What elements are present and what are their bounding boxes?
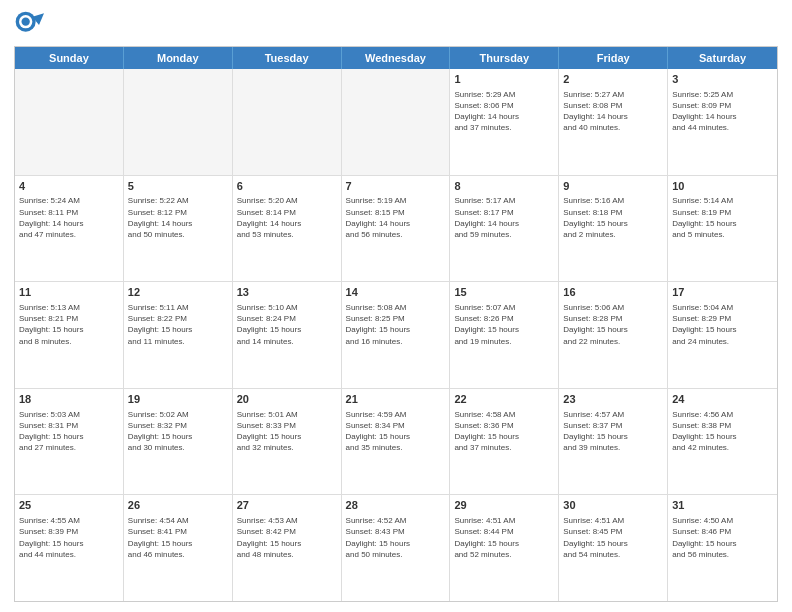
day-info-line: Sunset: 8:45 PM xyxy=(563,526,663,537)
day-info-line: Sunset: 8:22 PM xyxy=(128,313,228,324)
day-info-line: Sunrise: 5:14 AM xyxy=(672,195,773,206)
header-day-thursday: Thursday xyxy=(450,47,559,69)
day-info-line: and 56 minutes. xyxy=(672,549,773,560)
day-info-line: Sunrise: 4:55 AM xyxy=(19,515,119,526)
day-cell-25: 25Sunrise: 4:55 AMSunset: 8:39 PMDayligh… xyxy=(15,495,124,601)
day-info-line: Sunrise: 4:58 AM xyxy=(454,409,554,420)
day-info-line: Sunset: 8:18 PM xyxy=(563,207,663,218)
day-info-line: and 19 minutes. xyxy=(454,336,554,347)
day-info-line: Daylight: 15 hours xyxy=(672,431,773,442)
day-info-line: Daylight: 15 hours xyxy=(128,431,228,442)
day-cell-15: 15Sunrise: 5:07 AMSunset: 8:26 PMDayligh… xyxy=(450,282,559,388)
day-info-line: and 48 minutes. xyxy=(237,549,337,560)
day-info-line: Daylight: 15 hours xyxy=(672,218,773,229)
day-info-line: Sunrise: 5:10 AM xyxy=(237,302,337,313)
svg-point-2 xyxy=(22,18,30,26)
day-cell-9: 9Sunrise: 5:16 AMSunset: 8:18 PMDaylight… xyxy=(559,176,668,282)
day-info-line: and 35 minutes. xyxy=(346,442,446,453)
day-info-line: Daylight: 15 hours xyxy=(454,431,554,442)
day-info-line: Sunrise: 4:51 AM xyxy=(563,515,663,526)
day-info-line: Daylight: 15 hours xyxy=(563,538,663,549)
day-number: 10 xyxy=(672,179,773,194)
day-number: 19 xyxy=(128,392,228,407)
day-number: 7 xyxy=(346,179,446,194)
day-number: 1 xyxy=(454,72,554,87)
day-info-line: Sunrise: 5:06 AM xyxy=(563,302,663,313)
day-number: 30 xyxy=(563,498,663,513)
day-info-line: Sunrise: 5:01 AM xyxy=(237,409,337,420)
day-info-line: Sunrise: 5:03 AM xyxy=(19,409,119,420)
day-number: 11 xyxy=(19,285,119,300)
calendar-body: 1Sunrise: 5:29 AMSunset: 8:06 PMDaylight… xyxy=(15,69,777,601)
day-info-line: Daylight: 15 hours xyxy=(346,324,446,335)
day-number: 24 xyxy=(672,392,773,407)
day-cell-27: 27Sunrise: 4:53 AMSunset: 8:42 PMDayligh… xyxy=(233,495,342,601)
day-info-line: and 8 minutes. xyxy=(19,336,119,347)
day-cell-26: 26Sunrise: 4:54 AMSunset: 8:41 PMDayligh… xyxy=(124,495,233,601)
day-number: 20 xyxy=(237,392,337,407)
day-number: 8 xyxy=(454,179,554,194)
day-cell-19: 19Sunrise: 5:02 AMSunset: 8:32 PMDayligh… xyxy=(124,389,233,495)
day-info-line: Daylight: 15 hours xyxy=(19,324,119,335)
day-info-line: Daylight: 15 hours xyxy=(237,324,337,335)
day-number: 5 xyxy=(128,179,228,194)
day-info-line: Daylight: 15 hours xyxy=(672,538,773,549)
calendar: SundayMondayTuesdayWednesdayThursdayFrid… xyxy=(14,46,778,602)
day-info-line: Sunset: 8:26 PM xyxy=(454,313,554,324)
day-info-line: Sunset: 8:41 PM xyxy=(128,526,228,537)
day-info-line: and 30 minutes. xyxy=(128,442,228,453)
day-info-line: Sunrise: 5:17 AM xyxy=(454,195,554,206)
day-info-line: Sunrise: 4:54 AM xyxy=(128,515,228,526)
day-number: 28 xyxy=(346,498,446,513)
day-info-line: Sunset: 8:44 PM xyxy=(454,526,554,537)
day-cell-17: 17Sunrise: 5:04 AMSunset: 8:29 PMDayligh… xyxy=(668,282,777,388)
day-info-line: Sunset: 8:21 PM xyxy=(19,313,119,324)
day-number: 9 xyxy=(563,179,663,194)
day-number: 14 xyxy=(346,285,446,300)
day-number: 26 xyxy=(128,498,228,513)
empty-cell xyxy=(15,69,124,175)
header-day-tuesday: Tuesday xyxy=(233,47,342,69)
day-info-line: Daylight: 15 hours xyxy=(237,538,337,549)
day-info-line: and 37 minutes. xyxy=(454,442,554,453)
day-info-line: Sunrise: 4:51 AM xyxy=(454,515,554,526)
header-day-sunday: Sunday xyxy=(15,47,124,69)
day-cell-31: 31Sunrise: 4:50 AMSunset: 8:46 PMDayligh… xyxy=(668,495,777,601)
day-info-line: and 37 minutes. xyxy=(454,122,554,133)
day-cell-6: 6Sunrise: 5:20 AMSunset: 8:14 PMDaylight… xyxy=(233,176,342,282)
day-info-line: Sunrise: 5:19 AM xyxy=(346,195,446,206)
day-number: 16 xyxy=(563,285,663,300)
day-info-line: Sunrise: 5:29 AM xyxy=(454,89,554,100)
day-info-line: Sunset: 8:28 PM xyxy=(563,313,663,324)
day-info-line: Sunrise: 5:07 AM xyxy=(454,302,554,313)
day-info-line: Sunset: 8:11 PM xyxy=(19,207,119,218)
day-info-line: Sunset: 8:09 PM xyxy=(672,100,773,111)
day-info-line: and 42 minutes. xyxy=(672,442,773,453)
day-info-line: Daylight: 14 hours xyxy=(346,218,446,229)
day-info-line: Sunrise: 4:59 AM xyxy=(346,409,446,420)
day-info-line: Sunset: 8:36 PM xyxy=(454,420,554,431)
calendar-row-0: 1Sunrise: 5:29 AMSunset: 8:06 PMDaylight… xyxy=(15,69,777,176)
day-cell-12: 12Sunrise: 5:11 AMSunset: 8:22 PMDayligh… xyxy=(124,282,233,388)
calendar-row-2: 11Sunrise: 5:13 AMSunset: 8:21 PMDayligh… xyxy=(15,282,777,389)
day-info-line: Sunset: 8:43 PM xyxy=(346,526,446,537)
day-cell-14: 14Sunrise: 5:08 AMSunset: 8:25 PMDayligh… xyxy=(342,282,451,388)
day-info-line: Sunset: 8:39 PM xyxy=(19,526,119,537)
day-info-line: Daylight: 15 hours xyxy=(454,538,554,549)
logo xyxy=(14,10,47,40)
day-info-line: Daylight: 14 hours xyxy=(563,111,663,122)
day-info-line: and 50 minutes. xyxy=(346,549,446,560)
day-info-line: Sunrise: 5:04 AM xyxy=(672,302,773,313)
day-number: 31 xyxy=(672,498,773,513)
day-info-line: Daylight: 15 hours xyxy=(237,431,337,442)
calendar-header: SundayMondayTuesdayWednesdayThursdayFrid… xyxy=(15,47,777,69)
day-info-line: Sunrise: 4:52 AM xyxy=(346,515,446,526)
day-info-line: Sunset: 8:14 PM xyxy=(237,207,337,218)
day-info-line: Daylight: 15 hours xyxy=(563,431,663,442)
day-number: 29 xyxy=(454,498,554,513)
day-cell-29: 29Sunrise: 4:51 AMSunset: 8:44 PMDayligh… xyxy=(450,495,559,601)
day-info-line: and 16 minutes. xyxy=(346,336,446,347)
day-info-line: Sunset: 8:32 PM xyxy=(128,420,228,431)
day-info-line: Sunset: 8:33 PM xyxy=(237,420,337,431)
day-cell-20: 20Sunrise: 5:01 AMSunset: 8:33 PMDayligh… xyxy=(233,389,342,495)
